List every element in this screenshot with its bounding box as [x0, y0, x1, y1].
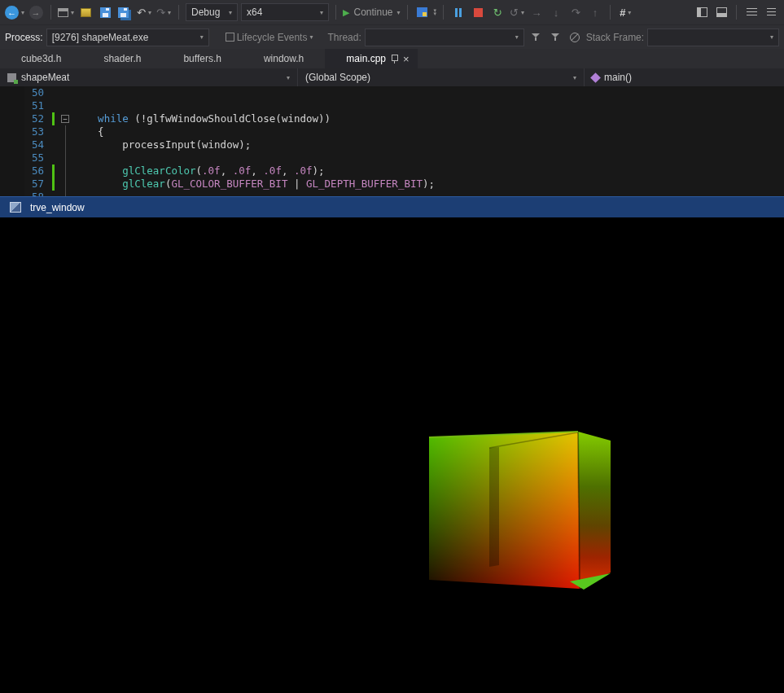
tab-shader.h[interactable]: shader.h: [82, 49, 162, 68]
play-icon: ▶: [343, 7, 349, 18]
breakpoint-margin[interactable]: [0, 151, 24, 164]
undo-icon: ↶: [137, 7, 146, 18]
tab-cube3d.h[interactable]: cube3d.h: [0, 49, 82, 68]
fold-margin: [59, 191, 73, 196]
chevron-down-icon: ▾: [200, 33, 204, 41]
save-button[interactable]: [97, 2, 113, 22]
back-button[interactable]: ←▾: [5, 2, 24, 22]
solution-platform-dropdown[interactable]: x64▾: [241, 3, 329, 21]
watch-window-button[interactable]: [713, 2, 729, 22]
close-icon[interactable]: ×: [403, 54, 410, 64]
breakpoint-margin[interactable]: [0, 164, 24, 178]
chevron-down-icon: ▾: [287, 74, 290, 81]
member-dropdown[interactable]: main(): [585, 68, 784, 86]
scope-dropdown[interactable]: (Global Scope) ▾: [298, 68, 585, 86]
reset-filter-button[interactable]: [547, 28, 563, 47]
undo-button[interactable]: ↶▾: [136, 2, 152, 22]
break-all-button[interactable]: [450, 2, 466, 22]
scope-name: (Global Scope): [305, 72, 370, 83]
call-stack-window-button[interactable]: [743, 2, 760, 22]
tab-label: window.h: [264, 53, 304, 64]
fold-margin: [59, 138, 73, 151]
chevron-down-icon: ▾: [320, 9, 323, 16]
chevron-down-icon: ▾: [573, 74, 576, 81]
restart-button[interactable]: ↻: [489, 2, 506, 22]
tab-label: main.cpp: [346, 53, 386, 64]
code-text[interactable]: processInput(window);: [73, 138, 251, 151]
show-next-statement-button[interactable]: →: [528, 2, 545, 22]
step-into-button[interactable]: ↓: [548, 2, 564, 22]
breakpoint-margin[interactable]: [0, 99, 24, 112]
lifecycle-events-icon: [226, 33, 234, 42]
step-over-button[interactable]: ↷: [567, 2, 584, 22]
window-layout-icon: [58, 8, 68, 17]
tab-main.cpp[interactable]: main.cpp×: [325, 49, 417, 68]
change-indicator: [49, 86, 59, 99]
code-text[interactable]: {: [73, 125, 104, 138]
chevron-down-icon: ▾: [521, 9, 524, 16]
breakpoint-margin[interactable]: [0, 138, 24, 151]
hot-reload-button[interactable]: ↺▾: [509, 2, 525, 22]
thread-dropdown[interactable]: ▾: [365, 29, 524, 46]
code-line: 55: [0, 151, 784, 164]
toolbar-separator: [610, 5, 611, 20]
breakpoint-margin[interactable]: [0, 125, 24, 138]
new-item-button[interactable]: [77, 2, 94, 22]
line-number: 57: [24, 178, 49, 191]
code-line: 50: [0, 86, 784, 99]
code-text[interactable]: glClearColor(.0f, .0f, .0f, .0f);: [73, 164, 325, 178]
step-out-button[interactable]: ↑: [587, 2, 603, 22]
collapse-icon[interactable]: −: [61, 115, 69, 123]
continue-label: Continue: [354, 7, 393, 18]
solution-configuration-dropdown[interactable]: Debug▾: [186, 3, 238, 21]
tab-buffers.h[interactable]: buffers.h: [162, 49, 242, 68]
breakpoint-margin[interactable]: [0, 191, 24, 196]
code-text[interactable]: while (!glfwWindowShouldClose(window)): [73, 112, 331, 125]
project-icon: [7, 73, 16, 82]
back-icon: ←: [5, 6, 19, 20]
code-line: 51: [0, 99, 784, 112]
toolbar-separator: [736, 5, 737, 20]
fold-margin: [59, 151, 73, 164]
cube-inner-edge: [489, 447, 499, 567]
process-dropdown[interactable]: [9276] shapeMeat.exe▾: [46, 29, 209, 46]
project-dropdown[interactable]: shapeMeat ▾: [0, 68, 298, 86]
change-indicator: [49, 112, 59, 125]
chevron-down-icon: ▾: [21, 9, 24, 16]
code-editor: 505152− while (!glfwWindowShouldClose(wi…: [0, 86, 784, 196]
visual-studio-window: ←▾ → ▾ ↶▾ ↷▾ Debug▾ x64▾: [0, 0, 784, 693]
change-indicator: [49, 191, 59, 196]
forward-button[interactable]: →: [28, 2, 44, 22]
fold-line: [65, 151, 66, 164]
breakpoint-margin[interactable]: [0, 112, 24, 125]
stack-frame-label: Stack Frame:: [586, 32, 644, 43]
fold-margin: [59, 178, 73, 191]
continue-button[interactable]: ▶ Continue ▾: [343, 2, 401, 22]
window-layout-button[interactable]: ▾: [58, 2, 74, 22]
line-number: 58: [24, 191, 49, 196]
breakpoints-window-button[interactable]: [694, 2, 710, 22]
code-line: 57 glClear(GL_COLOR_BUFFER_BIT | GL_DEPT…: [0, 178, 784, 191]
window-titlebar[interactable]: trve_window: [0, 196, 784, 217]
tab-label: buffers.h: [183, 53, 221, 64]
stack-frame-dropdown[interactable]: ▾: [647, 29, 779, 46]
toolbar-overflow-button[interactable]: ▾▾: [434, 9, 437, 15]
save-all-button[interactable]: [116, 2, 133, 22]
filter-threads-button[interactable]: [528, 28, 544, 47]
redo-button[interactable]: ↷▾: [155, 2, 172, 22]
breakpoint-margin[interactable]: [0, 86, 24, 99]
stop-button[interactable]: [470, 2, 486, 22]
pin-icon[interactable]: [391, 54, 398, 64]
immediate-window-button[interactable]: [763, 2, 779, 22]
line-number: 50: [24, 86, 49, 99]
diagnostic-tools-button[interactable]: [414, 2, 431, 22]
opengl-viewport: [0, 217, 784, 693]
code-line: 53 {: [0, 125, 784, 138]
toggle-visibility-button[interactable]: [567, 28, 583, 47]
funnel-x-icon: [550, 33, 560, 42]
code-metrics-button[interactable]: #▾: [617, 2, 633, 22]
code-text[interactable]: glClear(GL_COLOR_BUFFER_BIT | GL_DEPTH_B…: [73, 178, 435, 191]
lifecycle-events-button[interactable]: Lifecycle Events ▾: [226, 28, 313, 47]
breakpoint-margin[interactable]: [0, 178, 24, 191]
tab-window.h[interactable]: window.h: [243, 49, 325, 68]
